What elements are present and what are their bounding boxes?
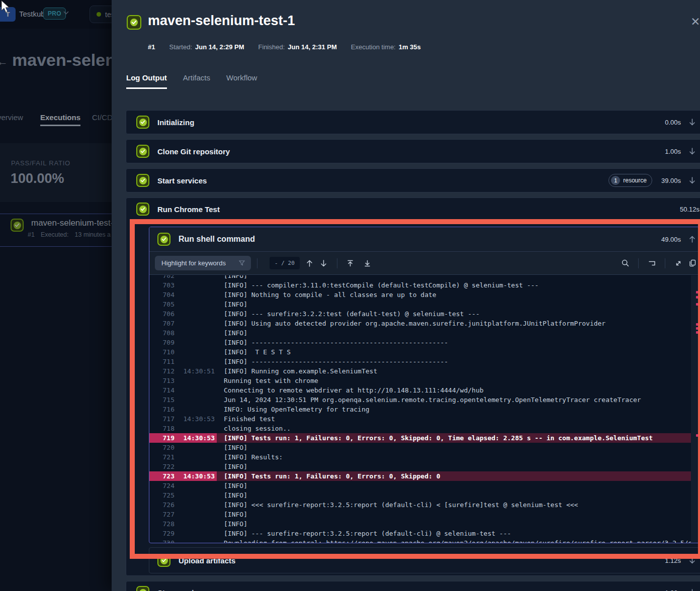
execution-list-item[interactable]: maven-selenium-test- #1Executed:13 minut… [0,214,112,247]
next-match-icon[interactable] [317,256,331,270]
chevron-down-icon[interactable] [63,11,69,15]
expand-down-icon[interactable] [689,589,695,591]
step-label: Upload artifacts [179,556,235,565]
tab-cicd[interactable]: CI/CD [92,113,112,122]
match-counter[interactable]: - / 20 [270,257,300,269]
log-row: 72314:30:53 [INFO] Tests run: 1, Failure… [149,471,691,481]
log-timestamp [174,490,215,500]
log-line-number: 716 [149,405,174,414]
log-timestamp [174,309,215,319]
log-text: Connecting to remote webdriver at http:/… [224,385,691,395]
minimap-marker[interactable] [696,327,700,330]
status-success-icon [157,554,170,567]
tab-overview[interactable]: verview [0,113,23,122]
toolbar-divider [665,258,665,268]
log-gutter: 710 [149,347,217,357]
log-gutter: 714 [149,385,217,395]
log-timestamp [174,424,215,433]
step-stop-services[interactable]: Stop services 1.03s [126,581,700,591]
log-row: 713 Running test with chrome [149,376,691,385]
execution-subtext: #1Executed:13 minutes a [28,231,111,238]
copy-icon[interactable] [685,256,699,270]
run-chrome-test-header[interactable]: Run Chrome Test 50.12s [126,198,700,220]
environment-selector[interactable]: tes [90,6,112,23]
log-timestamp [174,347,215,357]
log-gutter: 706 [149,309,217,319]
log-gutter: 704 [149,290,217,300]
log-gutter: 724 [149,481,217,490]
log-gutter: 71914:30:53 [149,433,217,443]
log-text: [INFO] [224,519,691,529]
close-icon[interactable]: ✕ [689,15,700,28]
highlight-keywords-label: Highlight for keywords [161,259,226,267]
log-timestamp [174,328,215,338]
log-row: 726 [INFO] <<< surefire-report:3.2.5:rep… [149,500,691,510]
log-row: 720 [INFO] [149,443,691,452]
minimap-marker[interactable] [696,323,700,326]
minimap-marker[interactable] [696,303,700,306]
minimap-marker[interactable] [696,291,700,293]
log-text: [INFO] [224,300,691,309]
back-arrow-icon[interactable]: ← [0,55,8,68]
step-label: Initializing [157,118,194,127]
step-duration: 0.00s [665,119,681,126]
drawer-tabs: Log Output Artifacts Workflow [126,73,257,89]
log-line-number: 724 [149,481,174,490]
log-text: [INFO] Tests run: 1, Failures: 0, Errors… [224,433,691,443]
log-text: closing session.. [224,424,691,433]
minimap-marker[interactable] [696,296,700,299]
tab-executions[interactable]: Executions [40,113,80,122]
log-line-number: 703 [149,280,174,290]
log-text: [INFO] [224,481,691,490]
tab-workflow[interactable]: Workflow [226,73,257,89]
status-success-icon [136,203,149,216]
step-upload-artifacts[interactable]: Upload artifacts 1.12s [149,547,700,573]
page-title: maven-selen [12,50,112,70]
fullscreen-icon[interactable] [671,256,685,270]
log-text: [INFO] [224,443,691,452]
log-gutter: 703 [149,280,217,290]
page-tabs: verview Executions CI/CD [0,112,112,128]
top-navbar: T Testkube PRO tes [0,0,112,29]
log-timestamp [174,376,215,385]
prev-match-icon[interactable] [303,256,317,270]
log-lines: 702 [INFO] 703 [INFO] --- compiler:3.11.… [149,275,691,543]
log-row: 725 [INFO] [149,490,691,500]
step-label: Run Chrome Test [157,205,220,214]
log-gutter: 721 [149,452,217,462]
log-viewer[interactable]: 702 [INFO] 703 [INFO] --- compiler:3.11.… [149,275,700,543]
word-wrap-icon[interactable] [645,256,659,270]
step-start-services[interactable]: Start services 1 resource 39.00s [126,168,700,192]
log-row: 702 [INFO] [149,275,691,280]
log-timestamp [174,290,215,300]
minimap-marker[interactable] [696,434,700,437]
expand-down-icon[interactable] [689,177,695,184]
collapse-up-icon[interactable] [689,236,695,243]
log-minimap-scrollbar[interactable] [691,275,700,543]
pro-badge: PRO [43,8,66,20]
run-shell-command-header[interactable]: Run shell command 49.00s [149,227,700,252]
log-timestamp [174,357,215,366]
step-label: Clone Git repository [157,147,230,156]
highlight-keywords-button[interactable]: Highlight for keywords [155,256,251,270]
log-gutter: 72314:30:53 [149,471,217,481]
toolbar-divider [638,258,639,268]
expand-down-icon[interactable] [689,119,695,126]
step-clone-git[interactable]: Clone Git repository 1.00s [126,139,700,163]
log-row: 727 [INFO] [149,510,691,519]
started-label: Started: [169,43,192,51]
log-row: 706 [INFO] --- surefire:3.2.2:test (defa… [149,309,691,319]
log-text: [INFO] [224,510,691,519]
expand-down-icon[interactable] [689,557,695,564]
tab-log-output[interactable]: Log Output [126,73,167,89]
scroll-to-bottom-icon[interactable] [361,256,375,270]
scroll-to-top-icon[interactable] [343,256,358,270]
pass-fail-card: PASS/FAIL RATIO 100.00% [0,143,112,202]
search-icon[interactable] [618,256,632,270]
step-initializing[interactable]: Initializing 0.00s [126,110,700,134]
tab-artifacts[interactable]: Artifacts [183,73,210,89]
log-line-number: 714 [149,385,174,395]
testkube-logo[interactable]: T [0,7,16,22]
expand-down-icon[interactable] [689,148,695,155]
minimap-marker[interactable] [696,331,700,334]
